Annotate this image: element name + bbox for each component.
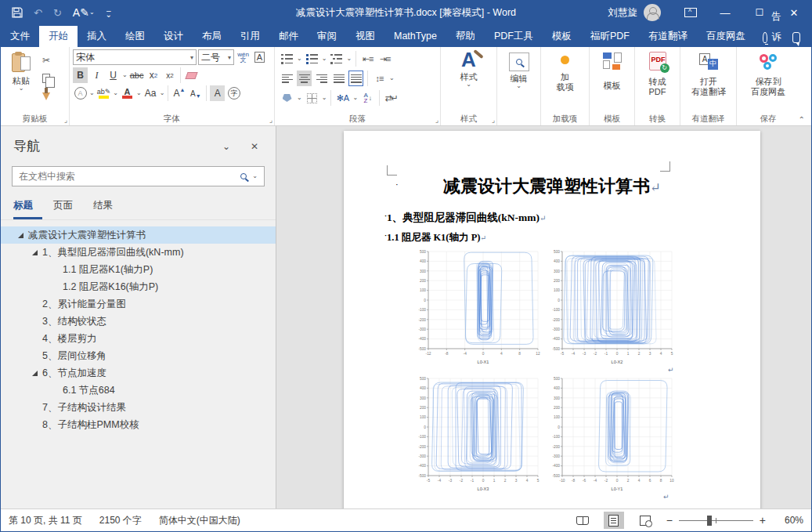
tab-MathType[interactable]: MathType xyxy=(384,26,446,47)
nav-item[interactable]: 1、典型阻尼器滞回曲线(kN-mm) xyxy=(1,244,276,261)
nav-item[interactable]: 减震设计大震弹塑性计算书 xyxy=(1,226,276,244)
avatar[interactable] xyxy=(644,4,661,21)
youdao-open-button[interactable]: A中 打开有道翻译 xyxy=(684,49,734,112)
minimize-button[interactable]: — xyxy=(708,1,742,24)
justify-icon[interactable] xyxy=(331,71,346,86)
expand-collapse-icon[interactable] xyxy=(18,233,23,238)
borders-icon[interactable] xyxy=(305,90,319,106)
convert-pdf-button[interactable]: PDF 转成PDF xyxy=(641,49,675,112)
read-mode-icon[interactable] xyxy=(572,512,593,529)
text-effects-icon[interactable]: A xyxy=(73,85,88,101)
zoom-percentage[interactable]: 60% xyxy=(777,515,803,526)
search-dropdown-icon[interactable]: ⌄ xyxy=(252,174,258,179)
format-painter-icon[interactable] xyxy=(38,89,54,103)
align-center-icon[interactable] xyxy=(297,71,312,86)
cut-icon[interactable]: ✂ xyxy=(38,52,54,67)
nav-item[interactable]: 2、累计能量分量图 xyxy=(1,295,276,313)
styles-button[interactable]: A 样式⌄ xyxy=(452,49,486,112)
style-pen-icon[interactable]: A✎⌄ xyxy=(73,6,95,19)
comment-icon[interactable] xyxy=(792,32,800,43)
font-color-icon[interactable]: A xyxy=(120,85,135,101)
character-shading-icon[interactable]: A xyxy=(210,85,225,101)
nav-close-icon[interactable]: ✕ xyxy=(251,141,258,152)
page-indicator[interactable]: 第 10 页, 共 11 页 xyxy=(9,514,82,527)
tab-绘图[interactable]: 绘图 xyxy=(116,26,154,47)
nav-options-chevron-icon[interactable]: ⌄ xyxy=(222,141,230,152)
tab-开始[interactable]: 开始 xyxy=(39,26,78,47)
distribute-icon[interactable] xyxy=(348,71,363,86)
strikethrough-icon[interactable]: abc xyxy=(129,67,145,83)
addins-button[interactable]: 加载项 xyxy=(548,49,583,112)
font-name-combo[interactable]: 宋体▾ xyxy=(73,49,197,65)
print-layout-icon[interactable] xyxy=(604,512,624,529)
nav-search-box[interactable]: ⌄ xyxy=(12,166,265,186)
tab-插入[interactable]: 插入 xyxy=(78,26,116,47)
editing-button[interactable]: 编辑⌄ xyxy=(502,52,536,115)
italic-icon[interactable]: I xyxy=(89,67,104,83)
zoom-in-icon[interactable]: + xyxy=(760,514,766,527)
grow-font-icon[interactable]: A▲ xyxy=(171,85,186,101)
user-name[interactable]: 刘慧旋 xyxy=(608,6,638,20)
nav-item[interactable]: 1.2 阻尼器K16(轴力P) xyxy=(1,278,276,295)
nav-item[interactable]: 8、子结构柱PMM校核 xyxy=(1,416,276,433)
increase-indent-icon[interactable]: ⇥≡ xyxy=(377,51,392,67)
phonetic-guide-icon[interactable]: wén文 xyxy=(236,49,251,65)
superscript-icon[interactable]: x2 xyxy=(162,67,177,83)
clipboard-dialog-launcher[interactable]: ⌟ xyxy=(64,116,67,124)
tab-文件[interactable]: 文件 xyxy=(1,26,39,47)
highlight-color-icon[interactable]: ab✎ xyxy=(96,85,112,101)
nav-item[interactable]: 1.1 阻尼器K1(轴力P) xyxy=(1,261,276,278)
styles-dialog-launcher[interactable]: ⌟ xyxy=(492,116,495,124)
document-area[interactable]: · 减震设计大震弹塑性计算书↵ ·1、典型阻尼器滞回曲线(kN-mm)↵ ·1.… xyxy=(276,126,811,508)
bold-icon[interactable]: B xyxy=(73,67,88,83)
shrink-font-icon[interactable]: A▼ xyxy=(188,85,203,101)
ribbon-display-options-icon[interactable] xyxy=(673,1,708,24)
nav-item[interactable]: 6、节点加速度 xyxy=(1,364,276,382)
copy-icon[interactable] xyxy=(38,71,54,85)
undo-icon[interactable]: ↶ xyxy=(34,7,42,19)
align-left-icon[interactable] xyxy=(280,71,294,86)
template-button[interactable]: 模板 xyxy=(595,49,630,112)
search-input[interactable] xyxy=(19,171,240,182)
tab-模板[interactable]: 模板 xyxy=(543,26,581,47)
customize-qat-icon[interactable]: –⌄ xyxy=(106,9,112,16)
align-right-icon[interactable] xyxy=(314,71,329,86)
show-marks-icon[interactable]: ⇄↵ xyxy=(384,90,399,106)
web-layout-icon[interactable] xyxy=(635,512,655,529)
line-spacing-icon[interactable]: ↕≡ xyxy=(372,71,387,86)
tellme-control[interactable]: 告诉我 xyxy=(755,26,793,47)
nav-tab-结果[interactable]: 结果 xyxy=(93,197,122,219)
zoom-slider[interactable] xyxy=(679,520,753,521)
search-icon[interactable] xyxy=(240,173,247,179)
asian-layout-icon[interactable]: ✻A xyxy=(335,90,350,106)
tab-百度网盘[interactable]: 百度网盘 xyxy=(697,26,755,47)
expand-collapse-icon[interactable] xyxy=(32,250,38,255)
enclose-characters-icon[interactable]: 字 xyxy=(226,85,241,101)
font-dialog-launcher[interactable]: ⌟ xyxy=(269,116,272,124)
sort-icon[interactable]: AZ↓ xyxy=(360,90,375,106)
document-page[interactable]: · 减震设计大震弹塑性计算书↵ ·1、典型阻尼器滞回曲线(kN-mm)↵ ·1.… xyxy=(344,131,760,508)
nav-tab-标题[interactable]: 标题 xyxy=(13,197,42,219)
nav-item[interactable]: 3、结构铰状态 xyxy=(1,313,276,330)
font-size-combo[interactable]: 二号▾ xyxy=(198,49,234,65)
subscript-icon[interactable]: x2 xyxy=(146,67,161,83)
baidu-save-button[interactable]: 保存到百度网盘 xyxy=(741,49,796,112)
multilevel-list-icon[interactable] xyxy=(329,51,344,67)
character-border-icon[interactable]: A xyxy=(252,49,267,65)
tab-帮助[interactable]: 帮助 xyxy=(446,26,485,47)
nav-item[interactable]: 6.1 节点684 xyxy=(1,382,276,399)
tab-福昕PDF[interactable]: 福昕PDF xyxy=(581,26,639,47)
word-count[interactable]: 2150 个字 xyxy=(99,514,142,527)
nav-item[interactable]: 5、层间位移角 xyxy=(1,347,276,364)
tab-邮件[interactable]: 邮件 xyxy=(269,26,308,47)
paste-button[interactable]: 粘贴⌄ xyxy=(4,49,38,112)
redo-icon[interactable]: ↻ xyxy=(53,7,62,19)
save-icon[interactable] xyxy=(12,7,23,18)
zoom-out-icon[interactable]: − xyxy=(666,514,673,527)
tab-PDF工具[interactable]: PDF工具 xyxy=(485,26,543,47)
zoom-slider-thumb[interactable] xyxy=(707,516,712,526)
nav-item[interactable]: 4、楼层剪力 xyxy=(1,330,276,347)
decrease-indent-icon[interactable]: ⇤≡ xyxy=(360,51,375,67)
clear-formatting-icon[interactable] xyxy=(184,67,199,83)
tab-审阅[interactable]: 审阅 xyxy=(308,26,346,47)
